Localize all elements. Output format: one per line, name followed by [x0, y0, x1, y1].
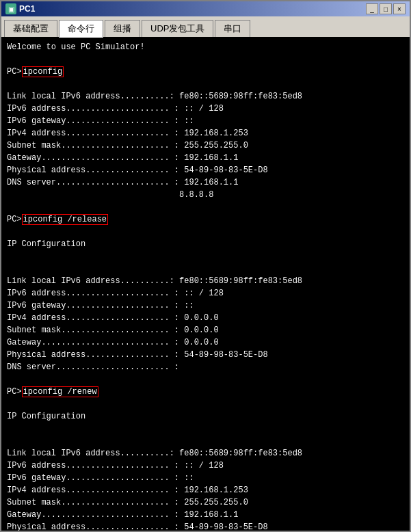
- output-2-0: IP Configuration: [7, 238, 404, 250]
- output-3-6: Gateway.......................... : 192.…: [7, 509, 404, 521]
- output-1-1: IPv6 address..................... : :: /…: [7, 103, 404, 115]
- output-2-2: IPv6 address..................... : :: /…: [7, 287, 404, 300]
- title-buttons: _ □ ×: [366, 3, 406, 14]
- output-1-3: IPv4 address..................... : 192.…: [7, 127, 404, 139]
- output-1-4: Subnet mask...................... : 255.…: [7, 139, 404, 152]
- output-1-6: Physical address................. : 54-8…: [7, 164, 404, 176]
- close-button[interactable]: ×: [393, 3, 406, 14]
- output-1-2: IPv6 gateway..................... : ::: [7, 115, 404, 127]
- blank: [7, 250, 404, 263]
- prompt-1: PC>: [7, 67, 22, 77]
- minimize-button[interactable]: _: [366, 3, 378, 14]
- output-2-7: Physical address................. : 54-8…: [7, 349, 404, 361]
- command-block-1: PC>ipconfig Link local IPv6 address.....…: [7, 66, 404, 201]
- output-2-8: DNS server....................... :: [7, 361, 404, 373]
- command-3: ipconfig /renew: [22, 386, 98, 397]
- output-3-3: IPv6 gateway..................... : ::: [7, 472, 404, 484]
- tab-command-line[interactable]: 命令行: [59, 20, 103, 38]
- blank: [7, 78, 404, 90]
- blank: [7, 201, 404, 213]
- tab-multicast[interactable]: 组播: [105, 20, 140, 38]
- output-2-5: Subnet mask...................... : 0.0.…: [7, 324, 404, 336]
- prompt-2: PC>: [7, 215, 22, 224]
- tab-serial[interactable]: 串口: [215, 20, 250, 38]
- window-title: PC1: [19, 4, 366, 14]
- output-3-0: IP Configuration: [7, 410, 404, 423]
- welcome-line: Welcome to use PC Simulator!: [7, 41, 404, 53]
- blank: [7, 423, 404, 435]
- tab-basic-config[interactable]: 基础配置: [4, 20, 57, 38]
- blank: [7, 226, 404, 238]
- output-2-6: Gateway.......................... : 0.0.…: [7, 336, 404, 349]
- maximize-button[interactable]: □: [380, 3, 392, 14]
- tab-udp-tool[interactable]: UDP发包工具: [142, 20, 213, 38]
- window: ▣ PC1 _ □ × 基础配置 命令行 组播 UDP发包工具 串口 Welco…: [0, 0, 411, 532]
- blank: [7, 373, 404, 386]
- blank: [7, 398, 404, 410]
- output-1-0: Link local IPv6 address..........: fe80:…: [7, 90, 404, 103]
- output-3-2: IPv6 address..................... : :: /…: [7, 460, 404, 472]
- blank: [7, 53, 404, 66]
- output-3-5: Subnet mask...................... : 255.…: [7, 496, 404, 509]
- output-1-8: 8.8.8.8: [7, 189, 404, 201]
- blank: [7, 435, 404, 447]
- output-3-7: Physical address................. : 54-8…: [7, 521, 404, 531]
- command-block-2: PC>ipconfig /release IP Configuration Li…: [7, 213, 404, 373]
- output-3-1: Link local IPv6 address..........: fe80:…: [7, 447, 404, 460]
- blank: [7, 263, 404, 275]
- output-2-1: Link local IPv6 address..........: fe80:…: [7, 275, 404, 287]
- prompt-3: PC>: [7, 387, 22, 397]
- output-3-4: IPv4 address..................... : 192.…: [7, 484, 404, 496]
- terminal[interactable]: Welcome to use PC Simulator! PC>ipconfig…: [1, 37, 410, 531]
- terminal-wrapper: Welcome to use PC Simulator! PC>ipconfig…: [1, 37, 410, 531]
- title-bar: ▣ PC1 _ □ ×: [1, 1, 410, 16]
- output-2-3: IPv6 gateway..................... : ::: [7, 300, 404, 312]
- command-2: ipconfig /release: [22, 214, 108, 225]
- output-1-5: Gateway.......................... : 192.…: [7, 152, 404, 164]
- tab-bar: 基础配置 命令行 组播 UDP发包工具 串口: [1, 16, 410, 37]
- command-block-3: PC>ipconfig /renew IP Configuration Link…: [7, 386, 404, 531]
- window-icon: ▣: [5, 3, 16, 14]
- command-1: ipconfig: [22, 66, 64, 77]
- output-1-7: DNS server....................... : 192.…: [7, 176, 404, 189]
- output-2-4: IPv4 address..................... : 0.0.…: [7, 312, 404, 324]
